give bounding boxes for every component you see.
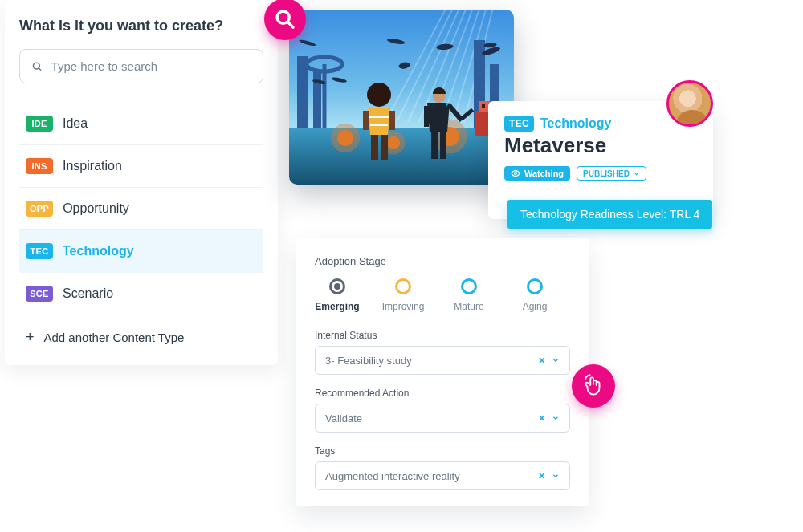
stage-emerging[interactable]: Emerging xyxy=(315,278,360,312)
recommended-action-value: Validate xyxy=(325,412,362,424)
type-opportunity[interactable]: OPP Opportunity xyxy=(19,188,263,230)
internal-status-label: Internal Status xyxy=(315,330,570,341)
internal-status-field: Internal Status 3- Feasibility study × xyxy=(315,330,570,375)
detail-type-row: TEC Technology xyxy=(504,116,697,132)
chevron-down-icon[interactable] xyxy=(552,414,560,422)
recommended-action-field: Recommended Action Validate × xyxy=(315,388,570,433)
badge-opp: OPP xyxy=(26,201,53,217)
tags-field: Tags Augmented interactive reality × xyxy=(315,445,570,490)
watching-label: Watching xyxy=(524,169,564,178)
detail-badge-tec: TEC xyxy=(504,116,534,132)
svg-line-1 xyxy=(39,67,41,70)
clear-icon[interactable]: × xyxy=(539,469,545,482)
eye-icon xyxy=(511,169,520,178)
chevron-down-icon xyxy=(633,170,640,177)
chevron-down-icon[interactable] xyxy=(552,356,560,364)
type-technology-label: Technology xyxy=(63,244,134,258)
publish-label: PUBLISHED xyxy=(583,169,630,178)
publish-status-button[interactable]: PUBLISHED xyxy=(577,166,646,181)
recommended-action-select[interactable]: Validate × xyxy=(315,404,570,433)
chevron-down-icon[interactable] xyxy=(552,472,560,480)
magnifier-icon xyxy=(274,8,296,30)
pointer-badge[interactable] xyxy=(572,364,615,408)
type-idea-label: Idea xyxy=(63,116,88,131)
detail-type-label: Technology xyxy=(540,116,612,131)
badge-ide: IDE xyxy=(26,116,53,132)
type-idea[interactable]: IDE Idea xyxy=(19,103,263,145)
watching-button[interactable]: Watching xyxy=(504,166,570,181)
clear-icon[interactable]: × xyxy=(539,412,545,424)
adoption-stage-label: Adoption Stage xyxy=(315,255,570,267)
recommended-action-label: Recommended Action xyxy=(315,388,570,399)
svg-point-4 xyxy=(515,173,517,175)
trl-chip: Technology Readiness Level: TRL 4 xyxy=(507,200,712,229)
search-badge[interactable] xyxy=(264,0,306,40)
badge-ins: INS xyxy=(26,158,53,174)
search-field[interactable] xyxy=(51,59,251,73)
tags-value: Augmented interactive reality xyxy=(325,470,460,482)
form-card: Adoption Stage Emerging Improving Mature… xyxy=(296,238,589,506)
detail-title: Metaverse xyxy=(504,133,697,158)
type-inspiration[interactable]: INS Inspiration xyxy=(19,145,263,188)
stage-mature[interactable]: Mature xyxy=(446,278,491,312)
search-icon xyxy=(31,60,43,73)
status-row: Watching PUBLISHED xyxy=(504,166,697,181)
stage-aging[interactable]: Aging xyxy=(512,278,557,312)
tags-label: Tags xyxy=(315,445,570,457)
adoption-stage-row: Emerging Improving Mature Aging xyxy=(315,278,570,312)
stage-emerging-label: Emerging xyxy=(315,301,359,312)
plus-icon: + xyxy=(26,329,35,346)
sidebar-title: What is it you want to create? xyxy=(19,18,263,35)
internal-status-select[interactable]: 3- Feasibility study × xyxy=(315,346,570,375)
type-scenario-label: Scenario xyxy=(63,286,113,301)
type-scenario[interactable]: SCE Scenario xyxy=(19,273,263,315)
type-technology[interactable]: TEC Technology xyxy=(19,230,263,273)
user-avatar[interactable] xyxy=(666,80,713,127)
clear-icon[interactable]: × xyxy=(539,354,545,367)
add-content-type-button[interactable]: + Add another Content Type xyxy=(19,315,263,357)
hand-pointer-icon xyxy=(581,374,605,398)
hero-image xyxy=(289,10,514,185)
badge-sce: SCE xyxy=(26,286,53,302)
stage-improving-label: Improving xyxy=(382,301,425,312)
radio-icon xyxy=(461,278,477,294)
radio-icon xyxy=(395,278,411,294)
type-inspiration-label: Inspiration xyxy=(63,159,122,173)
stage-mature-label: Mature xyxy=(454,301,483,312)
badge-tec: TEC xyxy=(26,243,53,259)
type-opportunity-label: Opportunity xyxy=(63,201,129,216)
svg-line-3 xyxy=(287,22,293,27)
content-type-list: IDE Idea INS Inspiration OPP Opportunity… xyxy=(19,103,263,315)
svg-point-0 xyxy=(33,63,39,69)
create-sidebar: What is it you want to create? IDE Idea … xyxy=(5,0,278,365)
internal-status-value: 3- Feasibility study xyxy=(325,355,412,367)
tags-select[interactable]: Augmented interactive reality × xyxy=(315,461,570,490)
hero-canvas xyxy=(289,10,514,185)
stage-improving[interactable]: Improving xyxy=(381,278,426,312)
stage-aging-label: Aging xyxy=(523,301,548,312)
add-content-type-label: Add another Content Type xyxy=(44,331,185,344)
radio-icon xyxy=(527,278,543,294)
search-input[interactable] xyxy=(19,49,263,83)
radio-icon xyxy=(329,278,345,294)
